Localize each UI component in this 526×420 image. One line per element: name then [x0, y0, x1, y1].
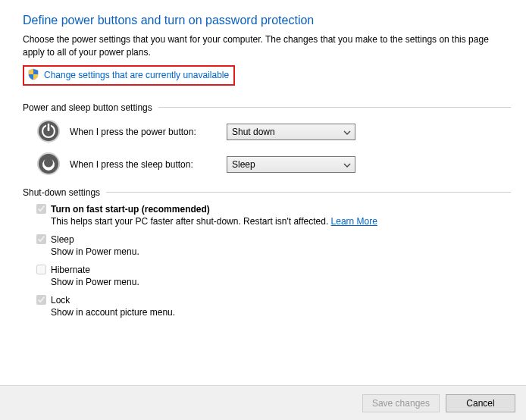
sleep-button-select[interactable]	[227, 156, 355, 173]
learn-more-link[interactable]: Learn More	[331, 216, 377, 227]
fast-startup-item: Turn on fast start-up (recommended) This…	[36, 204, 511, 227]
fast-startup-desc: This helps start your PC faster after sh…	[51, 216, 511, 227]
sleep-item: Sleep Show in Power menu.	[36, 234, 511, 257]
lock-desc: Show in account picture menu.	[51, 307, 511, 318]
lock-title: Lock	[51, 295, 70, 306]
section-label: Power and sleep button settings	[23, 102, 152, 113]
fast-startup-title: Turn on fast start-up (recommended)	[51, 204, 210, 215]
change-settings-link[interactable]: Change settings that are currently unava…	[44, 70, 229, 80]
sleep-title: Sleep	[51, 234, 74, 245]
page-subtitle: Choose the power settings that you want …	[23, 33, 493, 59]
fast-startup-desc-text: This helps start your PC faster after sh…	[51, 216, 331, 227]
uac-shield-icon	[27, 68, 39, 83]
power-button-label: When I press the power button:	[70, 127, 218, 137]
lock-checkbox[interactable]	[36, 295, 46, 305]
footer-bar: Save changes Cancel	[0, 385, 526, 420]
hibernate-checkbox[interactable]	[36, 265, 46, 274]
hibernate-desc: Show in Power menu.	[51, 277, 511, 287]
page-title: Define power buttons and turn on passwor…	[23, 14, 511, 27]
sleep-icon	[36, 152, 61, 178]
sleep-button-label: When I press the sleep button:	[70, 159, 218, 170]
fast-startup-checkbox[interactable]	[36, 204, 46, 214]
section-label: Shut-down settings	[23, 187, 100, 198]
hibernate-title: Hibernate	[51, 265, 90, 275]
cancel-button[interactable]: Cancel	[446, 394, 515, 412]
shutdown-section-header: Shut-down settings	[23, 187, 511, 198]
power-icon	[36, 119, 61, 146]
save-changes-button[interactable]: Save changes	[362, 394, 440, 412]
power-sleep-section-header: Power and sleep button settings	[23, 102, 511, 113]
power-button-select[interactable]	[227, 124, 355, 140]
section-rule	[106, 192, 511, 193]
sleep-checkbox[interactable]	[36, 234, 46, 244]
svg-rect-5	[48, 124, 49, 130]
change-settings-highlight: Change settings that are currently unava…	[23, 65, 235, 86]
svg-point-7	[39, 154, 58, 174]
sleep-desc: Show in Power menu.	[51, 246, 511, 257]
power-button-row: When I press the power button:	[36, 119, 511, 146]
section-rule	[158, 107, 511, 108]
sleep-button-row: When I press the sleep button:	[36, 152, 511, 178]
lock-item: Lock Show in account picture menu.	[36, 295, 511, 318]
hibernate-item: Hibernate Show in Power menu.	[36, 265, 511, 287]
